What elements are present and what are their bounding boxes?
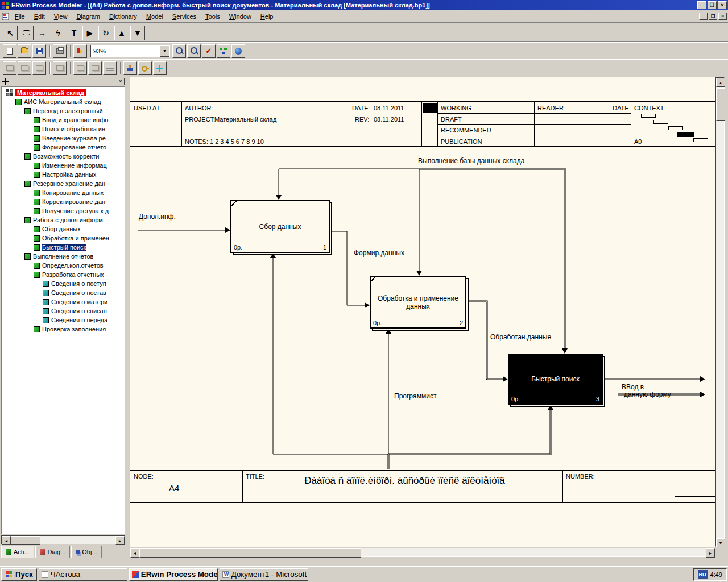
mdi-minimize-button[interactable]: _	[699, 13, 708, 20]
menu-item[interactable]: Diagram	[72, 11, 105, 22]
save-button[interactable]	[32, 44, 46, 58]
tree-item[interactable]: Введение журнала ре	[2, 134, 125, 143]
tree-item-label: Работа с допол.информ.	[33, 217, 105, 223]
tree-item[interactable]: Возможность корректи	[2, 152, 125, 161]
taskbar-window-button[interactable]: Документ1 - Microsoft ...	[220, 568, 308, 581]
tree-item[interactable]: Работа с допол.информ.	[2, 215, 125, 225]
tab-activities[interactable]: Acti...	[1, 546, 34, 558]
zoom-in-button[interactable]	[172, 44, 186, 58]
scroll-thumb[interactable]	[11, 536, 40, 545]
scroll-down-button[interactable]: ▼	[716, 538, 725, 547]
language-indicator[interactable]: RU	[698, 570, 708, 579]
select-tool-button[interactable]: ↖	[3, 26, 18, 40]
tree-item[interactable]: Получение доступа к д	[2, 206, 125, 215]
zoom-combobox[interactable]: 93% ▼	[90, 45, 170, 57]
spell-check-button[interactable]: ✓	[202, 44, 216, 58]
arrow-formir[interactable]	[330, 231, 370, 308]
web-publish-button[interactable]	[231, 44, 245, 58]
tree-item[interactable]: Резервное хранение дан	[2, 179, 125, 188]
model-explorer-button[interactable]	[217, 44, 230, 58]
tree-item[interactable]: Настройка данных	[2, 170, 125, 179]
options-button[interactable]	[153, 61, 167, 75]
scroll-left-button[interactable]: ◄	[130, 548, 139, 558]
tree-item-label: Настройка данных	[42, 171, 96, 178]
tab-objects[interactable]: Obj...	[71, 546, 101, 558]
tree-item[interactable]: Перевод в электронный	[2, 106, 125, 115]
tree-item[interactable]: Поиск и обработка ин	[2, 124, 125, 134]
tree-items: АИС Материальный склад Перевод в электро…	[2, 97, 125, 334]
taskbar-window-button[interactable]: ЧАстова	[39, 568, 127, 581]
tree-item[interactable]: Проверка заполнения	[2, 325, 125, 334]
menu-item[interactable]: Tools	[201, 11, 225, 22]
zoom-area-button[interactable]	[187, 44, 201, 58]
arrow-processed[interactable]	[466, 301, 508, 382]
arrow-tool-button[interactable]: →	[35, 26, 49, 40]
tree-item[interactable]: Формирование отчето	[2, 143, 125, 152]
tree-item[interactable]: Сведения о списан	[2, 306, 125, 315]
activity-icon	[34, 144, 40, 151]
menu-item[interactable]: Model	[142, 11, 168, 22]
tree-item[interactable]: Сведения о матери	[2, 297, 125, 306]
menu-item[interactable]: Help	[256, 11, 278, 22]
tree-item[interactable]: Обработка и применен	[2, 234, 125, 243]
horizontal-scrollbar[interactable]: ◄ ►	[130, 548, 715, 557]
tree-item[interactable]: Сведения о поступ	[2, 279, 125, 288]
scroll-up-button[interactable]: ▲	[716, 78, 725, 87]
go-up-button[interactable]: ▲	[114, 26, 129, 40]
menu-item[interactable]: Services	[168, 11, 201, 22]
restore-button[interactable]: ❐	[708, 1, 717, 9]
open-button[interactable]	[18, 44, 31, 58]
menu-item[interactable]: Dictionary	[105, 11, 142, 22]
security-button[interactable]	[138, 61, 152, 75]
minimize-button[interactable]: _	[697, 1, 706, 9]
tree-root-item[interactable]: Материальный склад	[2, 88, 125, 97]
tree-item[interactable]: Выполнение отчетов	[2, 252, 125, 261]
refresh-button[interactable]: ↻	[98, 26, 113, 40]
tree-item[interactable]: Определ.кол.отчетов	[2, 261, 125, 270]
tree-item[interactable]: Разработка отчетных	[2, 270, 125, 279]
print-button[interactable]	[53, 44, 67, 58]
new-button[interactable]	[3, 44, 16, 58]
text-tool-button[interactable]: T	[67, 26, 81, 40]
activity-box-sbor[interactable]: Сбор данных 0р. 1	[230, 200, 330, 253]
tree-item[interactable]: Сведения о постав	[2, 288, 125, 297]
menu-item[interactable]: View	[49, 11, 72, 22]
squiggle-tool-button[interactable]: ϟ	[51, 26, 65, 40]
activity-box-bystry-poisk-selected[interactable]: Быстрый поиск 0р. 3	[508, 354, 603, 405]
menu-item[interactable]: File	[10, 11, 30, 22]
close-button[interactable]: ×	[718, 1, 727, 9]
scroll-left-button[interactable]: ◄	[2, 536, 11, 545]
horizontal-scroll-thumb[interactable]	[139, 548, 361, 558]
tree-item[interactable]: Сведения о переда	[2, 315, 125, 325]
arrow-input[interactable]	[138, 227, 230, 233]
tab-diagrams[interactable]: Diag...	[35, 546, 71, 558]
mdi-restore-button[interactable]: ❐	[709, 13, 717, 20]
report-button[interactable]	[73, 44, 87, 58]
scroll-right-button[interactable]: ►	[115, 536, 125, 545]
vertical-scroll-thumb[interactable]	[716, 88, 725, 121]
taskbar: Пуск ЧАстова ERwin Process Model... Доку…	[0, 566, 728, 582]
start-button[interactable]: Пуск	[1, 568, 37, 581]
move-handle-icon[interactable]	[2, 78, 9, 85]
tree-item[interactable]: Ввод и хранение инфо	[2, 115, 125, 124]
panel-close-button[interactable]: ×	[117, 78, 125, 85]
tree-item[interactable]: Копирование данных	[2, 188, 125, 197]
user-button[interactable]	[123, 61, 137, 75]
tree-item[interactable]: Корректирование дан	[2, 197, 125, 206]
tree-item[interactable]: Быстрый поиск	[2, 243, 125, 252]
scroll-right-button[interactable]: ►	[706, 548, 715, 558]
menu-item[interactable]: Edit	[30, 11, 49, 22]
vertical-scrollbar[interactable]: ▲ ▼	[715, 77, 725, 547]
mdi-close-button[interactable]: ×	[718, 13, 727, 20]
tree-item[interactable]: Изменение информац	[2, 161, 125, 170]
tree-item[interactable]: Сбор данных	[2, 225, 125, 234]
activity-box-tool-button[interactable]	[19, 26, 34, 40]
zoom-dropdown-button[interactable]: ▼	[160, 45, 169, 57]
go-down-button[interactable]: ▼	[130, 26, 145, 40]
go-button[interactable]: ▶	[82, 26, 97, 40]
activity-box-obrabotka[interactable]: Обработка и применение данных 0р. 2	[370, 276, 466, 329]
menu-item[interactable]: Window	[225, 11, 256, 22]
tree-item[interactable]: АИС Материальный склад	[2, 97, 125, 106]
panel-horizontal-scrollbar[interactable]: ◄ ►	[1, 535, 125, 544]
taskbar-window-button[interactable]: ERwin Process Model...	[129, 568, 218, 581]
